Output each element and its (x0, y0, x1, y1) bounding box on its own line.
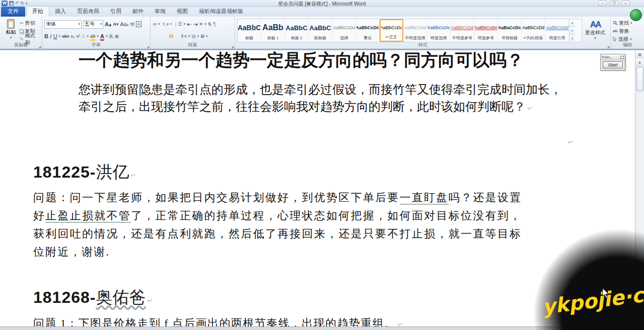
gallery-down-icon[interactable]: ▾ (569, 27, 575, 35)
subscript-button[interactable]: x₂ (71, 34, 75, 39)
shrink-font-icon[interactable]: A▾ (113, 22, 118, 27)
scissors-icon: ✂ (20, 21, 24, 26)
close-button[interactable]: × (621, 1, 630, 6)
style-heading2[interactable]: AaBbC标题 2 (285, 19, 309, 42)
title-bar: W ↶ ↻ ▾ 星会员问题 [兼容模式] - Microsoft Word ─ … (0, 0, 644, 7)
style-subtitle[interactable]: AaBbC副标题 (309, 19, 332, 42)
scroll-up-icon[interactable]: ▲ (635, 58, 644, 66)
strikethrough-button[interactable]: abc (62, 34, 69, 39)
character-shading-icon[interactable]: A (109, 34, 113, 39)
tab-insert[interactable]: 插入 (49, 7, 71, 17)
superscript-button[interactable]: x² (77, 34, 81, 39)
doc-paragraph-1-line1: 您讲到预留隐患是牵引点的形成，也是牵引必过假设，而接竹竿又使得牵引完成时间加长， (79, 81, 562, 98)
restore-button[interactable]: ❒ (610, 1, 618, 6)
doc-heading-181225: 181225-洪亿↵ (33, 161, 136, 184)
bullets-icon[interactable]: ⁝≡ (153, 22, 157, 27)
paragraph-mark-icon: ↵ (130, 172, 136, 179)
editing-group-label: 编辑 (611, 42, 644, 48)
justify-button[interactable] (169, 35, 173, 38)
pointofix-minimize-icon[interactable] (620, 56, 624, 59)
doc-heading-181268: 181268-奥佑爸↵ (33, 286, 153, 309)
doc-paragraph-1: 您讲到预留隐患是牵引点的形成，也是牵引必过假设，而接竹竿又使得牵引完成时间加长，… (79, 81, 562, 117)
paste-button[interactable]: 粘贴 ▾ (2, 18, 20, 43)
character-border-icon[interactable]: A (136, 21, 141, 27)
editing-group: 查找▾ ab替换 选择▾ 编辑 (611, 17, 644, 49)
replace-button[interactable]: ab替换 (613, 27, 642, 35)
change-styles-button[interactable]: AA 更改样式 ▾ (582, 18, 608, 42)
style-subtle-emphasis[interactable]: AaBbCcDd不明显强调 (403, 19, 427, 42)
enclose-characters-icon[interactable]: ⊕ (114, 34, 118, 39)
text-effects-icon[interactable]: A (82, 33, 85, 39)
phonetic-guide-icon[interactable]: 변 (130, 21, 134, 28)
tab-view[interactable]: 视图 (171, 7, 193, 17)
document-page[interactable]: 一个趋势和另一个趋势一定是反方向的吗？同方向可以吗？ 您讲到预留隐患是牵引点的形… (0, 51, 644, 330)
pointofix-title: Poin... (602, 55, 613, 59)
style-emphasis[interactable]: AaBbCcDd强调 (332, 19, 356, 42)
pointofix-start-button[interactable]: Start (603, 61, 623, 68)
grow-font-icon[interactable]: A▴ (105, 21, 111, 28)
borders-icon[interactable]: ⊞ (200, 34, 204, 39)
show-hide-marks-icon[interactable]: ¶ (213, 21, 216, 27)
gallery-up-icon[interactable]: ▴ (569, 19, 575, 27)
clipboard-group: 粘贴 ▾ ✂剪切 复制 ✎格式刷 剪贴板 ◢ (0, 17, 42, 49)
paragraph-dialog-launcher-icon[interactable]: ◢ (231, 45, 234, 48)
font-color-button[interactable]: A (100, 34, 104, 39)
word-window: W ↶ ↻ ▾ 星会员问题 [兼容模式] - Microsoft Word ─ … (0, 0, 644, 330)
ruler-toggle-icon[interactable]: ▤ (635, 51, 644, 58)
tab-foxit[interactable]: 福昕阅读器领鲜版 (193, 7, 249, 17)
style-normal-selected[interactable]: AaBbCcDd↵正文 (380, 19, 403, 42)
tab-page-layout[interactable]: 页面布局 (71, 7, 105, 17)
window-controls: ─ ❒ × (598, 1, 630, 6)
tab-file[interactable]: 文件 (1, 7, 25, 17)
style-list-paragraph[interactable]: AaBbCcDd↵列出段落 (522, 19, 545, 42)
highlight-color-button[interactable]: ab (90, 34, 96, 39)
find-icon (613, 21, 617, 25)
style-intense-emphasis[interactable]: AaBbCcDd明显强调 (427, 19, 451, 42)
numbering-icon[interactable]: ⒈≡ (162, 21, 169, 28)
multilevel-list-icon[interactable]: ⋮☰ (173, 22, 182, 27)
tab-home[interactable]: 开始 (26, 6, 49, 17)
distribute-button[interactable] (175, 35, 179, 38)
styles-gallery: AaBbC标题 AaBb标题 1 AaBbC标题 2 AaBbC副标题 AaBb… (237, 19, 582, 42)
clipboard-dialog-launcher-icon[interactable]: ◢ (38, 45, 41, 48)
bold-button[interactable]: B (44, 33, 48, 39)
pointofix-tool-window: Poin... Start (600, 54, 625, 70)
line-spacing-icon[interactable]: ⇕≡ (180, 34, 187, 39)
sort-icon[interactable]: ⇅ (208, 22, 212, 27)
style-heading1[interactable]: AaBb标题 1 (261, 19, 285, 42)
align-center-button[interactable] (158, 35, 162, 38)
style-title[interactable]: AaBbC标题 (238, 19, 261, 42)
style-book-title[interactable]: AaBaCcDo书籍标题 (498, 19, 522, 42)
tab-references[interactable]: 引用 (105, 7, 127, 17)
paste-label: 粘贴 (6, 29, 16, 36)
font-size-select[interactable]: 五号▾ (83, 20, 103, 29)
align-left-button[interactable] (153, 35, 157, 38)
change-case-icon[interactable]: Aa▾ (120, 21, 129, 27)
styles-gallery-scrollbar: ▴ ▾ ⊼ (569, 19, 575, 42)
select-icon (613, 37, 617, 41)
decrease-indent-icon[interactable]: ⇤ (187, 21, 191, 28)
copy-icon (20, 29, 23, 33)
scrollbar-thumb[interactable] (636, 67, 643, 91)
asian-layout-icon[interactable]: ✕ (199, 22, 203, 27)
cut-button[interactable]: ✂剪切 (20, 19, 40, 27)
underline-button[interactable]: U (53, 33, 57, 39)
font-family-select[interactable]: 宋体▾ (44, 20, 82, 29)
paste-clipboard-icon (7, 19, 15, 29)
paragraph-group: ⁝≡▾ ⒈≡▾ ⋮☰▾ ⇤ ⇥ ✕▾ ⇅ ¶ ⇕≡▾ ▨▾ ⊞▾ 段落 ◢ (151, 17, 235, 49)
italic-button[interactable]: I (50, 33, 52, 39)
paste-dropdown-icon[interactable]: ▾ (10, 36, 12, 40)
increase-indent-icon[interactable]: ⇥ (193, 21, 197, 28)
style-subtle-reference[interactable]: AaBbCcDd不明显参考 (451, 19, 474, 42)
styles-dialog-launcher-icon[interactable]: ◢ (607, 45, 609, 48)
tab-mailings[interactable]: 邮件 (127, 7, 149, 17)
style-strong[interactable]: AaBbCcDd要点 (356, 19, 380, 42)
minimize-button[interactable]: ─ (598, 1, 607, 6)
styles-group-label: 样式 (235, 42, 610, 48)
style-intense-quote[interactable]: AaBbCcDd明显引用 (545, 19, 569, 42)
align-right-button[interactable] (164, 35, 168, 38)
font-dialog-launcher-icon[interactable]: ◢ (147, 45, 149, 48)
shading-icon[interactable]: ▨ (191, 34, 196, 39)
tab-review[interactable]: 审阅 (149, 7, 171, 17)
style-intense-reference[interactable]: AaBbCcDd明显参考 (474, 19, 498, 42)
